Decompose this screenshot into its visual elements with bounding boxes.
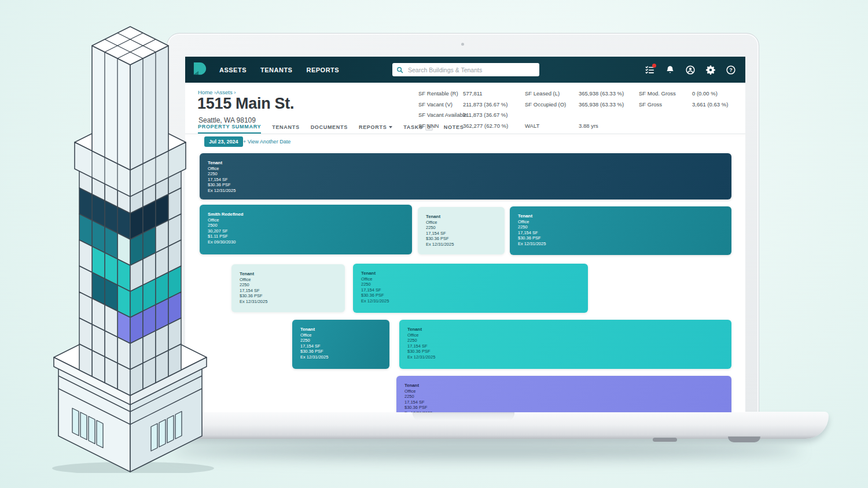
tenant-block[interactable]: TenantOffice225017,154 SF$30.36 PSFEx 12… — [510, 206, 731, 255]
stat-value: 365,938 (63.33 %) — [579, 101, 624, 108]
webcam-dot — [461, 43, 464, 46]
gear-icon[interactable] — [705, 65, 716, 75]
tenant-block[interactable]: TenantOffice225017,154 SF$30.36 PSFEx 12… — [292, 320, 389, 369]
nav-item-tenants[interactable]: TENANTS — [260, 66, 292, 73]
stat-value: 577,811 — [463, 90, 483, 97]
user-icon[interactable] — [685, 65, 696, 75]
global-search[interactable] — [392, 63, 539, 76]
help-icon[interactable]: ? — [726, 65, 736, 75]
tab-notes[interactable]: NOTES — [444, 124, 464, 134]
tasks-icon[interactable] — [645, 65, 655, 75]
svg-text:?: ? — [729, 67, 733, 73]
tenant-block[interactable]: TenantOffice225017,154 SF$30.36 PSFEx 12… — [396, 376, 731, 412]
stat-value: 3.88 yrs — [579, 123, 598, 129]
tenant-block[interactable]: TenantOffice225017,154 SF$30.36 PSFEx 12… — [399, 320, 731, 369]
tenant-block[interactable]: TenantOffice225017,154 SF$30.36 PSFEx 12… — [418, 207, 505, 254]
stat-value: 362,277 (62.70 %) — [463, 123, 508, 129]
tenant-block[interactable]: Smith RedefinedOffice250030,207 SF$1.11 … — [200, 205, 412, 254]
tenant-block[interactable]: TenantOffice225017,154 SF$30.36 PSFEx 12… — [353, 264, 588, 313]
tabs-divider — [185, 134, 745, 134]
navbar-actions: ? — [645, 57, 736, 83]
laptop-shadow — [171, 442, 801, 459]
laptop-lid-notch — [413, 412, 514, 421]
stat-value: 365,938 (63.33 %) — [579, 90, 624, 97]
nav-links: ASSETS TENANTS REPORTS — [219, 66, 339, 73]
tenant-block[interactable]: TenantOffice225017,154 SF$30.36 PSFEx 12… — [231, 264, 345, 312]
building-illustration — [43, 0, 217, 473]
bell-icon[interactable] — [665, 65, 675, 75]
marketing-scene: ASSETS TENANTS REPORTS — [0, 0, 868, 488]
chevron-down-icon — [389, 126, 392, 128]
top-navbar: ASSETS TENANTS REPORTS — [185, 57, 745, 83]
view-another-date-link[interactable]: + View Another Date — [243, 139, 290, 145]
laptop-foot — [653, 438, 677, 442]
tenant-block[interactable]: TenantOffice225017,154 SF$30.36 PSFEx 12… — [200, 153, 731, 199]
stat-value: 211,873 (36.67 %) — [463, 101, 507, 108]
laptop-foot — [728, 437, 760, 442]
tab-tenants[interactable]: TENANTS — [272, 124, 299, 134]
nav-item-reports[interactable]: REPORTS — [306, 66, 339, 73]
tab-documents[interactable]: DOCUMENTS — [311, 124, 348, 134]
app-screen: ASSETS TENANTS REPORTS — [185, 57, 745, 412]
nav-item-assets[interactable]: ASSETS — [219, 66, 247, 73]
search-input[interactable] — [407, 66, 535, 74]
laptop-base — [137, 412, 829, 439]
stat-value: 0 (0.00 %) — [692, 90, 718, 97]
tab-reports[interactable]: REPORTS — [359, 124, 392, 134]
search-icon — [396, 66, 403, 73]
stat-value: 211,873 (36.67 %) — [463, 112, 507, 118]
notification-dot — [652, 64, 656, 68]
stat-value: 3,661 (0.63 %) — [692, 101, 728, 108]
